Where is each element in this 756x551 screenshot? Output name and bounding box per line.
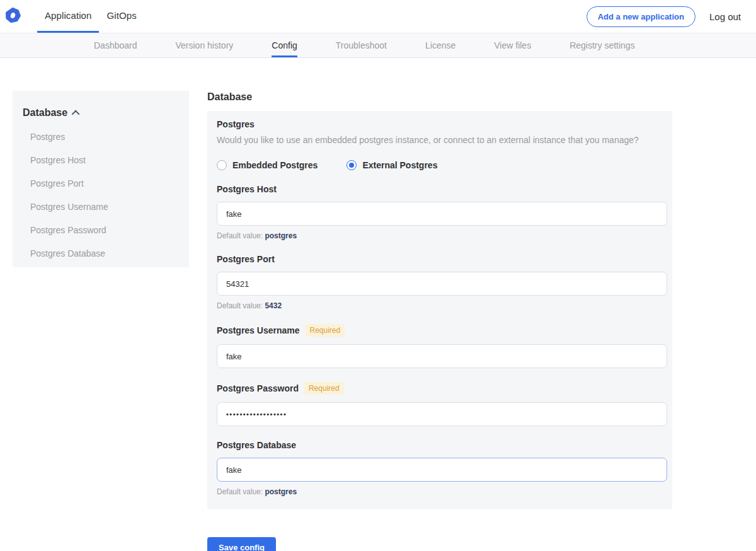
postgres-host-input[interactable] [217, 202, 667, 226]
sidebar-item-postgres-username[interactable]: Postgres Username [23, 202, 179, 212]
field-postgres-username: Postgres Username Required [217, 324, 663, 368]
field-postgres-database: Postgres Database Default value:postgres [217, 440, 663, 496]
sidebar-item-postgres[interactable]: Postgres [23, 132, 179, 142]
field-label-text: Postgres Host [217, 184, 277, 194]
helper-text-postgres-database: Default value:postgres [217, 487, 663, 496]
top-bar: Application GitOps Add a new application… [0, 0, 756, 33]
helper-default-value: 5432 [265, 301, 282, 310]
field-postgres-password: Postgres Password Required [217, 382, 663, 426]
sidebar-item-postgres-database[interactable]: Postgres Database [23, 248, 179, 258]
sidebar-group-label: Database [23, 107, 67, 119]
subnav-item-license[interactable]: License [425, 33, 455, 57]
field-postgres-host: Postgres Host Default value:postgres [217, 184, 663, 240]
top-tabs: Application GitOps [37, 0, 144, 33]
radio-unchecked-icon [217, 160, 227, 170]
group-label: Postgres [217, 119, 663, 129]
subnav-item-config[interactable]: Config [272, 33, 297, 57]
helper-default-value: postgres [265, 487, 297, 496]
required-badge: Required [304, 382, 344, 395]
sidebar-group-database[interactable]: Database [23, 107, 179, 119]
postgres-radio-group: Embedded Postgres External Postgres [217, 160, 663, 170]
subnav-item-version-history[interactable]: Version history [176, 33, 234, 57]
field-label-postgres-database: Postgres Database [217, 440, 663, 450]
subnav-item-dashboard[interactable]: Dashboard [94, 33, 137, 57]
group-description: Would you like to use an embedded postgr… [217, 135, 663, 145]
config-group-panel: Postgres Would you like to use an embedd… [207, 111, 672, 509]
field-label-text: Postgres Password [217, 383, 299, 393]
radio-checked-icon [346, 160, 357, 170]
postgres-username-input[interactable] [217, 344, 667, 368]
tab-application-label: Application [45, 10, 91, 21]
top-bar-right: Add a new application Log out [587, 0, 741, 33]
field-label-postgres-password: Postgres Password Required [217, 382, 663, 395]
postgres-port-input[interactable] [217, 272, 667, 296]
sidebar-item-postgres-host[interactable]: Postgres Host [23, 155, 179, 165]
helper-default-value: postgres [265, 231, 297, 240]
page-title: Database [207, 91, 672, 103]
helper-text-postgres-host: Default value:postgres [217, 231, 663, 240]
helper-prefix: Default value: [217, 231, 263, 240]
tab-gitops[interactable]: GitOps [99, 0, 144, 33]
tab-gitops-label: GitOps [106, 10, 136, 21]
app-logo[interactable] [5, 0, 21, 33]
sidebar-item-postgres-password[interactable]: Postgres Password [23, 225, 179, 235]
helper-prefix: Default value: [217, 301, 263, 310]
radio-external-postgres-label: External Postgres [362, 160, 437, 170]
save-config-button[interactable]: Save config [207, 537, 276, 551]
radio-embedded-postgres[interactable]: Embedded Postgres [217, 160, 318, 170]
radio-external-postgres[interactable]: External Postgres [346, 160, 437, 170]
add-application-button[interactable]: Add a new application [587, 6, 696, 27]
app-subnav: Dashboard Version history Config Trouble… [0, 33, 756, 58]
required-badge: Required [306, 324, 345, 337]
subnav-item-troubleshoot[interactable]: Troubleshoot [336, 33, 387, 57]
subnav-item-registry-settings[interactable]: Registry settings [570, 33, 634, 57]
subnav-item-view-files[interactable]: View files [494, 33, 531, 57]
helper-prefix: Default value: [217, 487, 263, 496]
field-postgres-port: Postgres Port Default value:5432 [217, 254, 663, 310]
tab-application[interactable]: Application [37, 0, 99, 33]
helper-text-postgres-port: Default value:5432 [217, 301, 663, 310]
logout-button[interactable]: Log out [709, 11, 741, 22]
config-main: Database Postgres Would you like to use … [207, 91, 672, 551]
chevron-up-icon [72, 110, 80, 118]
radio-embedded-postgres-label: Embedded Postgres [232, 160, 318, 170]
field-label-postgres-port: Postgres Port [217, 254, 663, 264]
field-label-text: Postgres Database [217, 440, 296, 450]
field-label-postgres-username: Postgres Username Required [217, 324, 663, 337]
postgres-password-input[interactable] [217, 402, 667, 426]
field-label-postgres-host: Postgres Host [217, 184, 663, 194]
postgres-database-input[interactable] [217, 458, 667, 482]
field-label-text: Postgres Port [217, 254, 275, 264]
app-logo-icon [5, 8, 21, 26]
field-label-text: Postgres Username [217, 325, 300, 335]
config-sidebar: Database Postgres Postgres Host Postgres… [13, 91, 189, 267]
sidebar-item-postgres-port[interactable]: Postgres Port [23, 178, 179, 188]
